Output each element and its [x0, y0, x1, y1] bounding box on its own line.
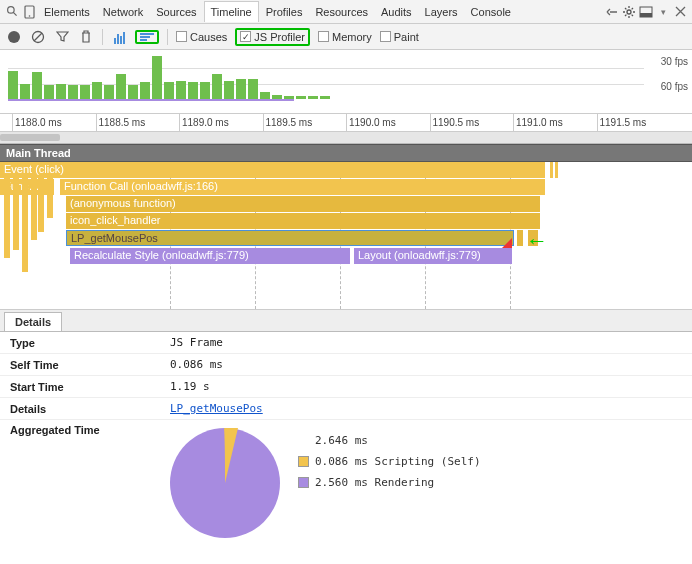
paint-label: Paint: [394, 31, 419, 43]
svg-rect-6: [640, 13, 652, 17]
detail-key-selftime: Self Time: [0, 355, 165, 375]
detail-val-selftime: 0.086 ms: [165, 354, 228, 375]
tab-layers[interactable]: Layers: [419, 2, 464, 22]
jsprofiler-label: JS Profiler: [254, 31, 305, 43]
tab-audits[interactable]: Audits: [375, 2, 418, 22]
settings-gear-icon[interactable]: [621, 4, 637, 20]
memory-label: Memory: [332, 31, 372, 43]
tick: 1189.0 ms: [179, 114, 263, 131]
tab-resources[interactable]: Resources: [309, 2, 374, 22]
detail-key-type: Type: [0, 333, 165, 353]
detail-key-aggtime: Aggregated Time: [0, 420, 165, 440]
swatch-scripting: [298, 456, 309, 467]
thread-header[interactable]: Main Thread: [0, 144, 692, 162]
causes-checkbox[interactable]: Causes: [176, 31, 227, 43]
svg-point-0: [7, 7, 14, 14]
tab-network[interactable]: Network: [97, 2, 149, 22]
tab-sources[interactable]: Sources: [150, 2, 202, 22]
flame-view-button[interactable]: [135, 30, 159, 44]
svg-line-8: [34, 33, 42, 41]
frame-recalc-style[interactable]: Recalculate Style (onloadwff.js:779): [70, 248, 350, 264]
timeline-toolbar: Causes ✓JS Profiler Memory Paint: [0, 24, 692, 50]
frame-layout[interactable]: Layout (onloadwff.js:779): [354, 248, 512, 264]
tab-profiles[interactable]: Profiles: [260, 2, 309, 22]
frame-lp-getmousepos[interactable]: LP_getMousePos: [66, 230, 514, 246]
search-icon[interactable]: [4, 4, 20, 20]
tick: 1190.5 ms: [430, 114, 514, 131]
garbage-icon[interactable]: [78, 29, 94, 45]
overview-bars: [8, 54, 644, 99]
annotation-arrow-icon: ←: [526, 228, 548, 254]
frame-anonymous[interactable]: (anonymous function): [66, 196, 540, 212]
tab-timeline[interactable]: Timeline: [204, 1, 259, 22]
svg-line-1: [13, 12, 16, 15]
paint-checkbox[interactable]: Paint: [380, 31, 419, 43]
details-tab[interactable]: Details: [4, 312, 62, 331]
frame-icon-click-handler[interactable]: icon_click_handler: [66, 213, 540, 229]
memory-checkbox[interactable]: Memory: [318, 31, 372, 43]
legend-total: 2.646 ms: [315, 434, 368, 447]
overview-scrollbar[interactable]: [0, 132, 692, 144]
record-button[interactable]: [6, 29, 22, 45]
tick: 1190.0 ms: [346, 114, 430, 131]
tab-console[interactable]: Console: [465, 2, 517, 22]
tick: 1191.0 ms: [513, 114, 597, 131]
tick: 1189.5 ms: [263, 114, 347, 131]
overview-rendering-strip: [8, 99, 644, 101]
fps-60: 60 fps: [661, 81, 688, 92]
fps-labels: 30 fps 60 fps: [661, 56, 688, 92]
detail-key-details: Details: [0, 399, 165, 419]
detail-key-starttime: Start Time: [0, 377, 165, 397]
device-icon[interactable]: [21, 4, 37, 20]
swatch-rendering: [298, 477, 309, 488]
jsprofiler-highlight: ✓JS Profiler: [235, 28, 310, 46]
jsprofiler-checkbox[interactable]: ✓JS Profiler: [240, 31, 305, 43]
drawer-icon[interactable]: [604, 4, 620, 20]
scrollbar-thumb[interactable]: [0, 134, 60, 141]
frame-function-call[interactable]: Function Call (onloadwff.js:166): [60, 179, 545, 195]
svg-point-3: [28, 15, 30, 17]
causes-label: Causes: [190, 31, 227, 43]
detail-val-starttime: 1.19 s: [165, 376, 215, 397]
legend-scripting: 0.086 ms Scripting (Self): [315, 455, 481, 468]
dock-icon[interactable]: [638, 4, 654, 20]
flame-chart[interactable]: Event (click) Func…54) Function Call (on…: [0, 162, 692, 310]
tick: 1188.5 ms: [96, 114, 180, 131]
detail-val-details-link[interactable]: LP_getMousePos: [170, 402, 263, 415]
legend-rendering: 2.560 ms Rendering: [315, 476, 434, 489]
pie-slice-scripting: [224, 428, 239, 483]
fps-30: 30 fps: [661, 56, 688, 67]
filter-icon[interactable]: [54, 29, 70, 45]
close-icon[interactable]: [672, 4, 688, 20]
time-axis: 1188.0 ms 1188.5 ms 1189.0 ms 1189.5 ms …: [0, 114, 692, 132]
warning-triangle-icon: [502, 238, 512, 248]
frame-event-click[interactable]: Event (click): [0, 162, 545, 178]
tick: 1188.0 ms: [12, 114, 96, 131]
clear-button[interactable]: [30, 29, 46, 45]
pie-legend: 2.646 ms 0.086 ms Scripting (Self) 2.560…: [298, 428, 481, 489]
tick: 1191.5 ms: [597, 114, 681, 131]
tab-elements[interactable]: Elements: [38, 2, 96, 22]
details-body: Type JS Frame Self Time 0.086 ms Start T…: [0, 332, 692, 564]
dock-chevron-icon[interactable]: ▾: [655, 4, 671, 20]
overview-chart[interactable]: 30 fps 60 fps: [0, 50, 692, 114]
svg-point-4: [627, 10, 631, 14]
details-tabbar: Details: [0, 310, 692, 332]
bars-view-icon[interactable]: [111, 29, 127, 45]
aggregated-pie-chart: [170, 428, 280, 538]
detail-val-type: JS Frame: [165, 332, 228, 353]
devtools-tabstrip: Elements Network Sources Timeline Profil…: [0, 0, 692, 24]
